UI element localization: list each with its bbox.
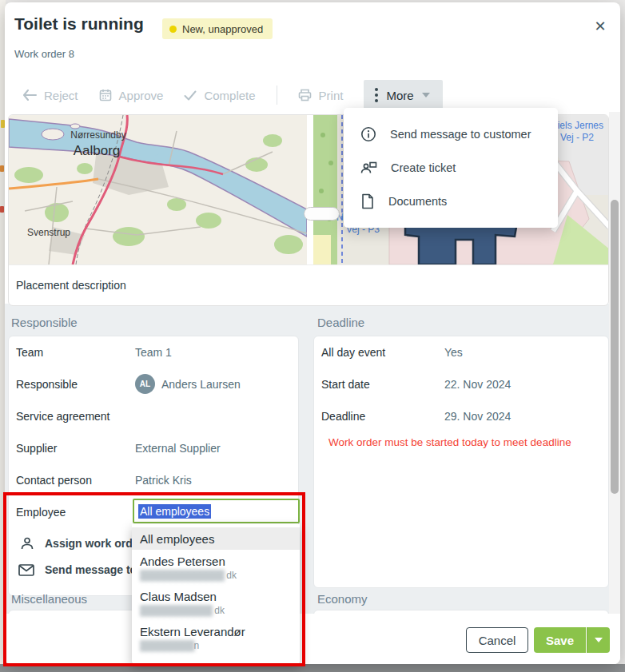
- option-email: █████████n: [140, 640, 292, 651]
- map-label-norresundby: Nørresundby: [70, 129, 125, 141]
- complete-button[interactable]: Complete: [184, 89, 255, 102]
- contact-person-label: Contact person: [16, 474, 92, 487]
- menu-item-label: Documents: [388, 195, 447, 208]
- placement-description-field[interactable]: Placement description: [9, 264, 608, 292]
- overview-map[interactable]: Nørresundby Aalborg Svenstrup: [9, 115, 307, 264]
- more-button[interactable]: More: [364, 80, 442, 110]
- status-badge: New, unapproved: [162, 18, 273, 39]
- menu-item-documents[interactable]: Documents: [344, 185, 558, 218]
- menu-item-label: Create ticket: [391, 161, 456, 174]
- service-agreement-row: Service agreement: [9, 408, 298, 424]
- close-icon[interactable]: ✕: [588, 14, 612, 38]
- menu-item-create-ticket[interactable]: Create ticket: [344, 151, 558, 185]
- dropdown-option-claus-madsen[interactable]: Claus Madsen ████████████ dk: [132, 585, 300, 620]
- save-button[interactable]: Save: [534, 627, 586, 653]
- contact-person-value: Patrick Kris: [135, 474, 192, 487]
- chevron-down-icon: [595, 638, 603, 642]
- work-order-dialog: Toilet is running New, unapproved ✕ Work…: [5, 2, 620, 664]
- map-label-svenstrup: Svenstrup: [27, 227, 70, 238]
- economy-section-title: Economy: [317, 592, 368, 606]
- contact-person-row: Contact person Patrick Kris: [9, 472, 298, 488]
- status-dot-icon: [169, 26, 177, 33]
- option-name: Andes Petersen: [140, 555, 292, 568]
- option-name: All employees: [140, 532, 292, 546]
- deadline-card: All day event Yes Start date 22. Nov 202…: [313, 336, 609, 588]
- supplier-row: Supplier External Supplier: [9, 440, 298, 456]
- deadline-value: 29. Nov 2024: [444, 410, 511, 423]
- envelope-icon: [18, 564, 34, 576]
- print-label: Print: [319, 89, 344, 102]
- kebab-icon: [375, 88, 378, 102]
- info-icon: [360, 126, 376, 142]
- team-value: Team 1: [135, 346, 172, 359]
- toolbar-divider: [277, 85, 277, 105]
- background-bottom-bar: [0, 664, 625, 672]
- scrollbar-track[interactable]: [609, 112, 620, 614]
- more-menu: Send message to customer Create ticket D…: [344, 108, 558, 228]
- approve-button[interactable]: Approve: [99, 89, 164, 102]
- map-label-aalborg: Aalborg: [74, 143, 121, 158]
- option-email-masked: ██████████████: [140, 570, 224, 581]
- deadline-label: Deadline: [321, 410, 365, 423]
- dropdown-option-all-employees[interactable]: All employees: [132, 527, 300, 550]
- reject-label: Reject: [44, 89, 78, 102]
- responsible-section-title: Responsible: [11, 316, 78, 329]
- deadline-section-title: Deadline: [317, 316, 364, 329]
- all-day-event-row: All day event Yes: [314, 344, 608, 360]
- background-fragment: [0, 165, 4, 172]
- assign-work-order-action[interactable]: Assign work order: [20, 536, 143, 551]
- save-dropdown-button[interactable]: [587, 627, 610, 653]
- send-message-label: Send message to: [45, 563, 137, 576]
- person-icon: [20, 536, 34, 551]
- team-label: Team: [16, 346, 43, 359]
- more-label: More: [386, 89, 413, 102]
- scrollbar-thumb[interactable]: [611, 200, 619, 494]
- dropdown-option-ekstern-leverandor[interactable]: Ekstern Leverandør █████████n: [132, 620, 300, 655]
- create-ticket-icon: [360, 161, 377, 175]
- reject-button[interactable]: Reject: [22, 89, 78, 102]
- start-date-value: 22. Nov 2024: [444, 378, 511, 391]
- toolbar: Reject Approve Complete Print More: [22, 80, 443, 110]
- responsible-label: Responsible: [16, 378, 78, 391]
- option-email-masked: ████████████: [140, 605, 212, 616]
- complete-label: Complete: [204, 89, 255, 102]
- menu-item-send-message-to-customer[interactable]: Send message to customer: [344, 117, 558, 151]
- deadline-warning-text: Work order must be started today to meet…: [328, 436, 571, 448]
- option-email: ██████████████ dk: [140, 570, 292, 581]
- employee-dropdown-list: All employees Andes Petersen ███████████…: [132, 524, 300, 664]
- status-badge-label: New, unapproved: [182, 23, 263, 35]
- page-title: Toilet is running: [14, 14, 144, 34]
- background-fragment: [0, 206, 4, 213]
- team-row: Team Team 1: [9, 344, 298, 360]
- deadline-row: Deadline 29. Nov 2024: [314, 408, 608, 424]
- supplier-label: Supplier: [16, 442, 57, 455]
- service-agreement-label: Service agreement: [16, 410, 110, 423]
- miscellaneous-section-title: Miscellaneous: [11, 592, 87, 606]
- start-date-row: Start date 22. Nov 2024: [314, 376, 608, 392]
- employee-input[interactable]: All employees: [133, 499, 300, 523]
- responsible-value: Anders Laursen: [161, 378, 241, 391]
- map-label-p2-line1: Niels Jernes: [551, 120, 603, 131]
- map-label-p2-line2: Vej - P2: [560, 132, 594, 143]
- cancel-button[interactable]: Cancel: [466, 627, 528, 653]
- all-day-event-value: Yes: [444, 346, 463, 359]
- supplier-value: External Supplier: [135, 442, 221, 455]
- option-email-suffix: dk: [212, 605, 225, 616]
- print-button[interactable]: Print: [298, 89, 344, 102]
- option-email-suffix: dk: [224, 570, 237, 581]
- chevron-down-icon: [422, 93, 430, 97]
- calendar-icon: [99, 89, 112, 101]
- work-order-number: Work order 8: [14, 48, 74, 60]
- option-email-suffix: n: [194, 640, 200, 651]
- dropdown-option-andes-petersen[interactable]: Andes Petersen ██████████████ dk: [132, 550, 300, 585]
- dialog-footer: Cancel Save: [5, 614, 620, 664]
- responsible-row: Responsible AL Anders Laursen: [9, 376, 298, 392]
- send-message-action[interactable]: Send message to: [18, 563, 137, 576]
- document-icon: [360, 193, 375, 209]
- all-day-event-label: All day event: [321, 346, 385, 359]
- assign-work-order-label: Assign work order: [45, 537, 143, 550]
- option-email: ████████████ dk: [140, 605, 292, 616]
- menu-item-label: Send message to customer: [390, 128, 531, 141]
- option-email-masked: █████████: [140, 640, 194, 651]
- map-splitter-handle[interactable]: [304, 207, 340, 221]
